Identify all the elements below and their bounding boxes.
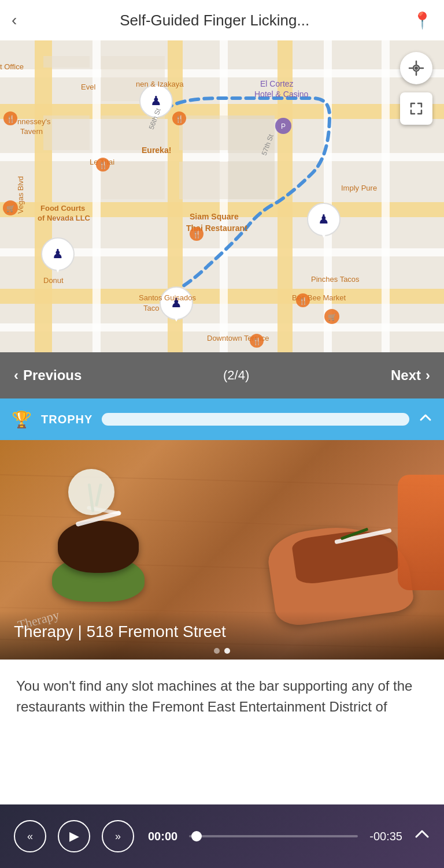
svg-text:Eureka!: Eureka! xyxy=(142,146,171,155)
navigation-bar: ‹ Previous (2/4) Next › xyxy=(0,352,444,398)
food-image-container: Therapy Therapy | 518 Fremont Street xyxy=(0,440,444,660)
description-text: You won't find any slot machines at the … xyxy=(0,660,444,787)
svg-text:🍴: 🍴 xyxy=(299,296,308,305)
previous-button[interactable]: ‹ Previous xyxy=(14,367,82,383)
svg-text:♟: ♟ xyxy=(150,94,162,108)
svg-rect-19 xyxy=(101,162,165,199)
trophy-label: TROPHY xyxy=(41,413,92,426)
time-current: 00:00 xyxy=(148,830,177,843)
svg-rect-8 xyxy=(35,40,52,352)
progress-area[interactable] xyxy=(189,835,358,837)
svg-text:🍴: 🍴 xyxy=(175,114,184,123)
svg-line-82 xyxy=(0,475,444,486)
svg-text:Tavern: Tavern xyxy=(20,127,43,136)
svg-rect-15 xyxy=(43,56,90,68)
expand-button[interactable] xyxy=(400,92,432,125)
svg-line-83 xyxy=(0,515,444,530)
prev-arrow: ‹ xyxy=(14,367,18,383)
audio-player: « ▶ » 00:00 -00:35 xyxy=(0,804,444,868)
forward-button[interactable]: » xyxy=(102,820,134,852)
svg-text:El Cortez: El Cortez xyxy=(260,79,294,88)
svg-text:Santos Guisados: Santos Guisados xyxy=(139,293,197,302)
svg-rect-14 xyxy=(382,40,390,352)
svg-text:Pinches Tacos: Pinches Tacos xyxy=(311,275,360,284)
svg-text:P: P xyxy=(281,122,286,131)
player-expand-button[interactable] xyxy=(414,826,430,846)
svg-text:🛒: 🛒 xyxy=(328,312,336,321)
svg-text:Evel: Evel xyxy=(81,83,95,91)
trophy-bar[interactable]: 🏆 TROPHY xyxy=(0,398,444,440)
page-title: Self-Guided Finger Licking... xyxy=(17,12,412,29)
back-button[interactable]: ‹ xyxy=(12,11,17,29)
svg-text:🍴: 🍴 xyxy=(253,337,261,345)
svg-text:Imply Pure: Imply Pure xyxy=(341,184,377,192)
dot-1[interactable] xyxy=(214,648,220,654)
trophy-progress-bar xyxy=(102,413,409,426)
next-button[interactable]: Next › xyxy=(391,367,430,383)
svg-point-81 xyxy=(415,66,418,70)
rewind-button[interactable]: « xyxy=(14,820,46,852)
map-svg: ♟ ♟ ♟ ♟ Evel nnessey's Tavern Le Thai Fo… xyxy=(0,40,444,352)
svg-text:🍴: 🍴 xyxy=(6,114,15,123)
map-view[interactable]: ♟ ♟ ♟ ♟ Evel nnessey's Tavern Le Thai Fo… xyxy=(0,40,444,352)
previous-label: Previous xyxy=(23,367,82,383)
svg-text:t Office: t Office xyxy=(0,62,24,71)
time-remaining: -00:35 xyxy=(369,830,402,843)
svg-text:nen & Izakaya: nen & Izakaya xyxy=(136,80,184,88)
svg-text:♟: ♟ xyxy=(318,212,330,226)
svg-text:🛒: 🛒 xyxy=(6,204,15,213)
location-icon[interactable]: 📍 xyxy=(412,11,432,30)
trophy-chevron-icon[interactable] xyxy=(419,411,432,428)
image-dots xyxy=(214,648,230,654)
step-counter: (2/4) xyxy=(223,368,249,383)
trophy-icon: 🏆 xyxy=(12,410,32,429)
svg-rect-22 xyxy=(228,116,275,199)
next-arrow: › xyxy=(426,367,430,383)
svg-text:Donut: Donut xyxy=(43,276,64,285)
next-label: Next xyxy=(391,367,421,383)
svg-text:Siam Square: Siam Square xyxy=(190,212,239,221)
svg-text:Food Courts: Food Courts xyxy=(40,204,85,213)
progress-handle[interactable] xyxy=(191,831,202,841)
svg-text:🍴: 🍴 xyxy=(193,230,201,239)
svg-text:Hotel & Casino: Hotel & Casino xyxy=(254,90,309,99)
svg-text:🍴: 🍴 xyxy=(99,161,108,169)
map-background: ♟ ♟ ♟ ♟ Evel nnessey's Tavern Le Thai Fo… xyxy=(0,40,444,352)
svg-text:of Nevada LLC: of Nevada LLC xyxy=(38,214,91,222)
venue-title: Therapy | 518 Fremont Street xyxy=(14,623,226,640)
progress-bar[interactable] xyxy=(189,835,358,837)
svg-text:nnessey's: nnessey's xyxy=(17,117,51,126)
dot-2[interactable] xyxy=(224,648,230,654)
svg-rect-13 xyxy=(324,40,332,352)
location-button[interactable] xyxy=(400,52,432,84)
play-button[interactable]: ▶ xyxy=(58,820,90,852)
app-header: ‹ Self-Guided Finger Licking... 📍 xyxy=(0,0,444,40)
svg-text:Taco: Taco xyxy=(143,304,159,312)
